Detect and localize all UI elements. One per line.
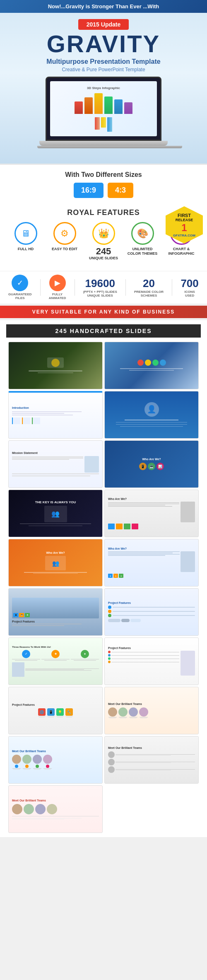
slide-3: Introduction <box>8 391 103 439</box>
size-badges: 16:9 4:3 <box>8 183 199 198</box>
slides-count-num: 19600 <box>85 277 115 290</box>
slide-18: Meet Our Brilliant Teams <box>104 736 199 784</box>
slide-15: Project Features 🌐 📱 💡 <box>8 687 103 734</box>
guaranteed-icon: ✓ <box>12 275 28 291</box>
slide-16: Meet Our Brilliant Teams <box>104 687 199 734</box>
slide-2 <box>104 342 199 389</box>
features-section: ROYAL FEATURES FIRST RELEASE 1 GFXTRA.CO… <box>0 204 207 271</box>
stat-separator-3 <box>125 279 126 296</box>
feature-colors: 🎨 UNLIMITED COLOR THEMES <box>126 222 159 256</box>
colors-icon: 🎨 <box>131 222 154 245</box>
gravity-title: GRAVITY <box>8 32 199 56</box>
slide-11: 📱 💻 🖥 Project Features <box>8 588 103 636</box>
premade-label: PREMADE COLORSCHEMES <box>134 290 164 298</box>
update-badge: 2015 Update <box>78 19 129 30</box>
stat-separator-2 <box>75 279 75 296</box>
animated-icon: ▶ <box>49 275 66 291</box>
slides-icon: 👑 <box>92 222 115 245</box>
subtitle-sub: Creative & Pure PowerPoint Template <box>8 67 199 72</box>
slide-10: Who Are We? ● ● ● <box>104 539 199 587</box>
top-banner: Now!...Gravity is Stronger Than Ever ...… <box>0 0 207 13</box>
laptop-mockup: 3D Steps Infographic <box>33 77 174 151</box>
slide-7: THE KEY IS ALWAYS YOU 👥 <box>8 490 103 537</box>
business-banner: VERY SUITABLE FOR ANY KIND OF BUSINESS <box>0 306 207 318</box>
slide-4: 👤 <box>104 391 199 439</box>
icons-label: ICONSUSED <box>184 290 195 298</box>
slide-14: Project Features <box>104 637 199 685</box>
slide-8: Who Are We? <box>104 490 199 537</box>
stat-separator-4 <box>172 279 172 296</box>
feature-slides: 👑 245 UNIQUE SLIDES <box>87 222 120 261</box>
handcrafted-section: 245 HANDCRAFTED SLIDES <box>0 320 207 837</box>
release-text: RELEASE <box>176 218 193 222</box>
subtitle-main: Multipurpose Presentation Template <box>8 58 199 65</box>
slide-6: Who Are We? 📱 💻 📊 <box>104 440 199 488</box>
stats-row: ✓ GUARANTEEDFILES ▶ FULLYANIMATED 19600 … <box>0 271 207 304</box>
release-number: 1 <box>181 222 187 234</box>
stat-guaranteed: ✓ GUARANTEEDFILES <box>8 275 31 300</box>
guaranteed-label: GUARANTEEDFILES <box>8 292 31 300</box>
chart-label: CHART & INFOGRAPHIC <box>165 247 198 256</box>
size-169-badge: 16:9 <box>74 183 104 198</box>
stat-slides-count: 19600 (PPTX + PPT) SLIDESUNIQUE SLIDES <box>83 277 117 298</box>
handcrafted-title: 245 HANDCRAFTED SLIDES <box>6 324 201 338</box>
fullhd-label: FULL HD <box>18 247 34 251</box>
slide-9: Who Are We? 👥 <box>8 539 103 587</box>
feature-fullhd: 🖥 FULL HD <box>9 222 42 251</box>
sizes-title: With Two Different Sizes <box>8 171 199 179</box>
stat-separator-1 <box>40 279 41 296</box>
slides-count-label: (PPTX + PPT) SLIDESUNIQUE SLIDES <box>83 290 117 298</box>
slides-grid: Introduction 👤 <box>6 342 201 833</box>
header-section: 2015 Update GRAVITY Multipurpose Present… <box>0 13 207 164</box>
slides-num: 245 <box>96 247 111 256</box>
top-banner-text: Now!...Gravity is Stronger Than Ever ...… <box>48 3 159 10</box>
animated-label: FULLYANIMATED <box>49 292 66 300</box>
fullhd-icon: 🖥 <box>14 222 37 245</box>
slides-label: UNIQUE SLIDES <box>89 256 118 261</box>
icons-num: 700 <box>181 277 198 290</box>
colors-label: UNLIMITED COLOR THEMES <box>126 247 159 256</box>
slide-17: Meet Our Brilliant Teams <box>8 736 103 784</box>
stat-animated: ▶ FULLYANIMATED <box>49 275 66 300</box>
slide-13: Three Reasons To Work With Us! ✓ ★ ♦ <box>8 637 103 685</box>
stat-icons: 700 ICONSUSED <box>181 277 198 298</box>
premade-num: 20 <box>143 277 155 290</box>
edit-label: EASY TO EDIT <box>52 247 77 251</box>
brand-text: GFXTRA.COM <box>173 234 195 237</box>
feature-edit: ⚙ EASY TO EDIT <box>48 222 81 251</box>
slide-5: Mission Statement <box>8 440 103 488</box>
slide-1 <box>8 342 103 389</box>
edit-icon: ⚙ <box>53 222 76 245</box>
slide-19: Meet Our Brilliant Teams <box>8 785 103 833</box>
size-43-badge: 4:3 <box>108 183 133 198</box>
slide-12: Project Features <box>104 588 199 636</box>
first-text: FIRST <box>178 213 191 218</box>
sizes-section: With Two Different Sizes 16:9 4:3 <box>0 165 207 204</box>
stat-premade: 20 PREMADE COLORSCHEMES <box>134 277 164 298</box>
